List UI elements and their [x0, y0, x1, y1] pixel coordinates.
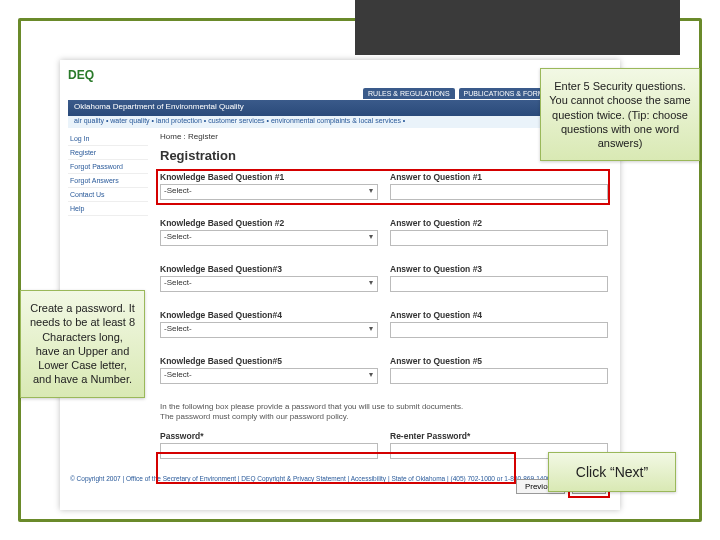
a1-input[interactable] — [390, 184, 608, 200]
password-input[interactable] — [160, 443, 378, 459]
tab-rules[interactable]: RULES & REGULATIONS — [363, 88, 455, 99]
q3-select[interactable]: -Select- — [160, 276, 378, 292]
a4-input[interactable] — [390, 322, 608, 338]
question-row-3: Knowledge Based Question#3 -Select- Answ… — [160, 264, 608, 292]
breadcrumb: Home : Register — [160, 132, 218, 141]
a5-input[interactable] — [390, 368, 608, 384]
q5-label: Knowledge Based Question#5 — [160, 356, 378, 366]
sidebar-item-forgot-answers[interactable]: Forgot Answers — [68, 174, 148, 188]
q3-label: Knowledge Based Question#3 — [160, 264, 378, 274]
password-hint: In the following box please provide a pa… — [160, 402, 608, 423]
sidebar-item-contact[interactable]: Contact Us — [68, 188, 148, 202]
sidebar-item-register[interactable]: Register — [68, 146, 148, 160]
q5-select[interactable]: -Select- — [160, 368, 378, 384]
tab-publications[interactable]: PUBLICATIONS & FORMS — [459, 88, 554, 99]
registration-form: Knowledge Based Question #1 -Select- Ans… — [160, 172, 608, 465]
decorative-top-box — [355, 0, 680, 55]
q2-label: Knowledge Based Question #2 — [160, 218, 378, 228]
a2-label: Answer to Question #2 — [390, 218, 608, 228]
sidebar-item-help[interactable]: Help — [68, 202, 148, 216]
q4-label: Knowledge Based Question#4 — [160, 310, 378, 320]
registration-screenshot: DEQ RULES & REGULATIONS PUBLICATIONS & F… — [60, 60, 620, 510]
question-row-1: Knowledge Based Question #1 -Select- Ans… — [160, 172, 608, 200]
callout-password-rules: Create a password. It needs to be at lea… — [20, 290, 145, 398]
a3-input[interactable] — [390, 276, 608, 292]
a4-label: Answer to Question #4 — [390, 310, 608, 320]
callout-click-next: Click “Next” — [548, 452, 676, 492]
callout-security-questions: Enter 5 Security questions. You cannot c… — [540, 68, 700, 161]
logo-text: DEQ — [68, 68, 94, 82]
password-row: Password* Re-enter Password* — [160, 431, 608, 459]
sidebar: Log In Register Forgot Password Forgot A… — [68, 132, 148, 216]
subnav[interactable]: air quality • water quality • land prote… — [68, 116, 612, 128]
q4-select[interactable]: -Select- — [160, 322, 378, 338]
a1-label: Answer to Question #1 — [390, 172, 608, 182]
a5-label: Answer to Question #5 — [390, 356, 608, 366]
page-title: Registration — [160, 148, 236, 163]
password2-label: Re-enter Password* — [390, 431, 608, 441]
q1-label: Knowledge Based Question #1 — [160, 172, 378, 182]
sidebar-item-forgot-password[interactable]: Forgot Password — [68, 160, 148, 174]
q1-select[interactable]: -Select- — [160, 184, 378, 200]
question-row-2: Knowledge Based Question #2 -Select- Ans… — [160, 218, 608, 246]
deq-logo: DEQ — [68, 68, 128, 98]
banner-title: Oklahoma Department of Environmental Qua… — [68, 100, 612, 116]
q2-select[interactable]: -Select- — [160, 230, 378, 246]
password-label: Password* — [160, 431, 378, 441]
question-row-4: Knowledge Based Question#4 -Select- Answ… — [160, 310, 608, 338]
a3-label: Answer to Question #3 — [390, 264, 608, 274]
sidebar-item-login[interactable]: Log In — [68, 132, 148, 146]
question-row-5: Knowledge Based Question#5 -Select- Answ… — [160, 356, 608, 384]
a2-input[interactable] — [390, 230, 608, 246]
